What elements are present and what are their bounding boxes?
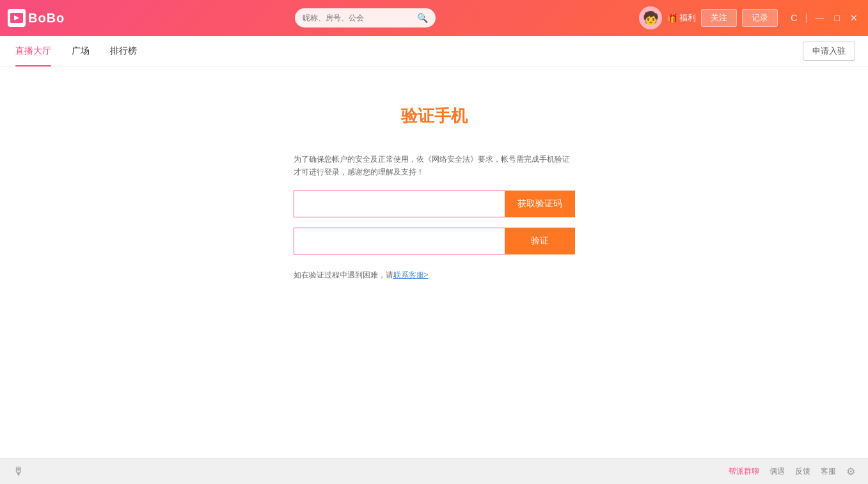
logo-icon [8,9,26,27]
divider: | [805,12,807,24]
footer-link-feedback[interactable]: 反馈 [795,466,810,477]
mic-icon[interactable]: 🎙 [13,465,24,478]
history-button[interactable]: 记录 [742,9,778,27]
minimize-icon[interactable]: C [788,12,800,24]
get-code-button[interactable]: 获取验证码 [505,191,575,217]
contact-line: 如在验证过程中遇到困难，请联系客服> [294,270,575,281]
follow-button[interactable]: 关注 [701,9,737,27]
verify-button[interactable]: 验证 [505,228,575,254]
avatar[interactable]: 🧒 [639,6,662,29]
tab-plaza[interactable]: 广场 [61,36,100,66]
verify-description: 为了确保您帐户的安全及正常使用，依《网络安全法》要求，帐号需完成手机验证才可进行… [294,153,575,179]
footer-right: 帮派群聊 偶遇 反馈 客服 ⚙ [729,465,855,478]
search-input[interactable] [303,13,417,22]
contact-prefix: 如在验证过程中遇到困难，请 [294,270,393,279]
search-area: 🔍 [91,8,639,27]
settings-icon[interactable]: ⚙ [846,465,855,478]
search-icon[interactable]: 🔍 [417,13,428,23]
restore-window-icon[interactable]: □ [832,12,842,24]
code-input[interactable] [294,228,505,254]
welfare-label: 福利 [679,12,696,24]
nav-tabs: 直播大厅 广场 排行榜 [13,36,803,66]
welfare-button[interactable]: 🎁 福利 [667,12,696,24]
navbar: 直播大厅 广场 排行榜 申请入驻 [0,36,868,66]
footer-link-group-chat[interactable]: 帮派群聊 [729,466,759,477]
logo-area: BoBo [8,9,91,27]
minimize-window-icon[interactable]: — [813,12,827,24]
header-right: 🧒 🎁 福利 关注 记录 C | — □ ✕ [639,6,860,29]
code-input-row: 验证 [294,228,575,254]
footer-link-service[interactable]: 客服 [821,466,836,477]
window-controls: C | — □ ✕ [788,12,860,24]
gift-icon: 🎁 [667,13,678,23]
footer: 🎙 帮派群聊 偶遇 反馈 客服 ⚙ [0,458,868,484]
tab-ranking[interactable]: 排行榜 [100,36,147,66]
titlebar: BoBo 🔍 🧒 🎁 福利 关注 记录 C | — □ ✕ [0,0,868,36]
verify-title: 验证手机 [401,105,468,127]
app-name-label: BoBo [28,11,65,26]
contact-service-link[interactable]: 联系客服> [393,270,429,279]
close-window-icon[interactable]: ✕ [848,12,860,24]
tab-live-hall[interactable]: 直播大厅 [13,36,61,66]
main-content: 验证手机 为了确保您帐户的安全及正常使用，依《网络安全法》要求，帐号需完成手机验… [0,66,868,458]
phone-input[interactable] [294,191,505,217]
apply-settle-button[interactable]: 申请入驻 [803,42,855,61]
footer-link-encounter[interactable]: 偶遇 [769,466,785,477]
search-box: 🔍 [295,8,436,27]
phone-input-row: 获取验证码 [294,191,575,217]
